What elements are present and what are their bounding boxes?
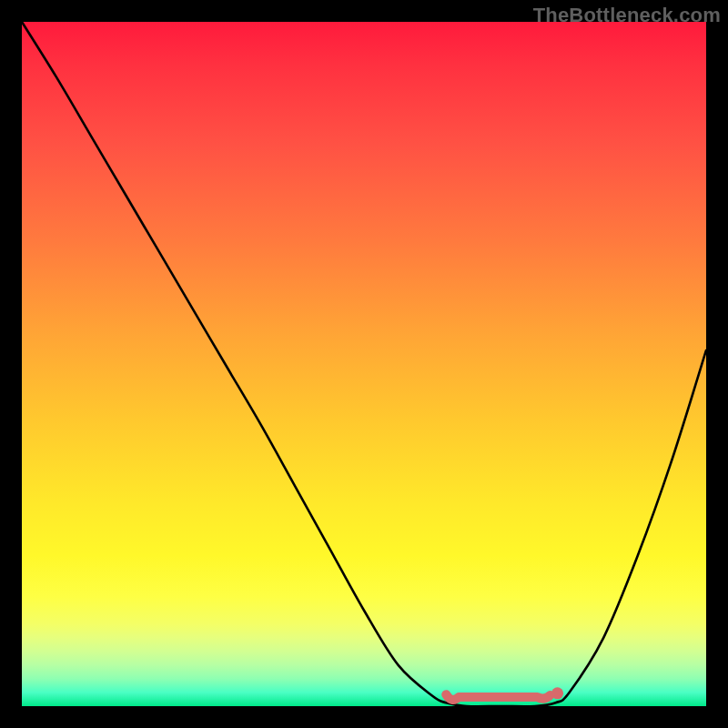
bottleneck-curve xyxy=(22,22,706,706)
chart-svg xyxy=(22,22,706,706)
watermark-text: TheBottleneck.com xyxy=(533,4,721,27)
optimal-zone-end-dot xyxy=(551,687,563,699)
optimal-zone-marker xyxy=(446,694,550,700)
chart-stage: TheBottleneck.com xyxy=(0,0,728,728)
